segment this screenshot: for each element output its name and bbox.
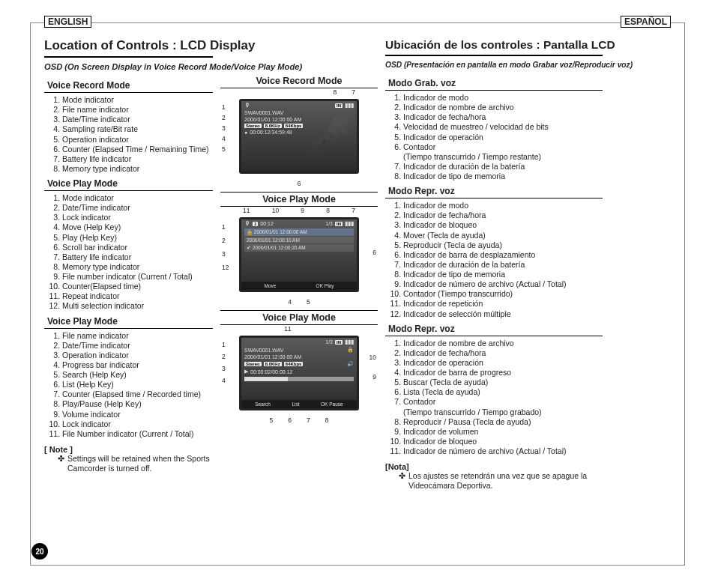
- list-item: File name indicator: [62, 331, 213, 341]
- indicator-list: File name indicator Date/Time indicator …: [44, 331, 213, 439]
- callout: 8: [334, 88, 337, 96]
- lang-badge-espanol: ESPAÑOL: [621, 16, 671, 28]
- row-dt: 2006/01/01 12:00:10 AM: [247, 237, 300, 243]
- callout: 4: [288, 298, 292, 306]
- section-head: Voice Play Mode: [44, 315, 213, 329]
- section-head: Voice Play Mode: [44, 177, 213, 191]
- page-frame: ENGLISH ESPAÑOL Location of Controls : L…: [30, 22, 685, 566]
- callouts-bottom: 4 5: [220, 298, 378, 306]
- list-item: Date/Time indicator: [62, 341, 213, 351]
- battery-icon: ▮▮▮: [345, 220, 354, 227]
- callout: 5: [270, 416, 274, 424]
- list-item: Indicador de bloqueo: [403, 437, 603, 446]
- divider: [220, 310, 378, 311]
- indicator-list: Mode indicator File name indicator Date/…: [44, 95, 213, 174]
- note-head-en: [ Note ]: [44, 445, 213, 454]
- lang-badge-english: ENGLISH: [44, 16, 91, 28]
- callout: 6: [288, 416, 292, 424]
- callout: 8: [326, 207, 330, 214]
- callout: 4: [222, 133, 226, 144]
- list-item: Counter(Elapsed time): [62, 282, 213, 291]
- list-item: Indicador de nombre de archivo: [403, 103, 603, 112]
- help-pause: OK Pause: [321, 401, 343, 407]
- volume-icon: 🔊: [347, 361, 354, 367]
- divider: [220, 192, 378, 193]
- page-title-en: Location of Controls : LCD Display: [44, 38, 213, 53]
- list-item: Reproducir / Pausa (Tecla de ayuda): [403, 417, 603, 427]
- note-text: Settings will be retained when the Sport…: [67, 454, 213, 473]
- stereo-badge: Stereo: [244, 124, 262, 128]
- callout: 3: [222, 123, 226, 133]
- list-item: Indicador de duración de la batería: [403, 162, 603, 172]
- list-item: Lock indicator: [62, 213, 213, 222]
- list-item: Indicador de operación: [403, 133, 603, 142]
- column-figures: Voice Record Mode 8 7 1 2 3 4 5 🎤 🎙IN▮▮▮…: [220, 74, 378, 554]
- list-item: Mode indicator: [62, 193, 213, 203]
- mic-watermark-icon: 🎤: [306, 115, 352, 158]
- file-name: SWAV0001.WAV: [244, 110, 284, 115]
- list-item: Contador (Tiempo transcurrido): [403, 289, 603, 299]
- memory-in-badge: IN: [335, 340, 343, 345]
- memory-in-badge: IN: [335, 222, 343, 226]
- callouts-top: 11 10 9 8 7: [220, 207, 378, 214]
- mic-icon: 🎙: [244, 220, 250, 227]
- list-item: Indicador de fecha/hora: [403, 112, 603, 122]
- callout: 9: [369, 367, 376, 387]
- list-item: Velocidad de muestreo / velocidad de bit…: [403, 122, 603, 132]
- mic-icon: 🎙: [244, 102, 250, 109]
- list-item: Battery life indicator: [62, 252, 213, 262]
- callout: 3: [222, 247, 229, 261]
- list-item: Operation indicator: [62, 351, 213, 360]
- sub-line: (Tiempo transcurrido / Tiempo grabado): [403, 407, 603, 417]
- list-item: Repeat indicator: [62, 291, 213, 301]
- list-item: Volume indicator: [62, 410, 213, 419]
- callout: 8: [325, 416, 329, 424]
- list-item: Lista (Tecla de ayuda): [403, 387, 603, 397]
- column-english: Location of Controls : LCD Display OSD (…: [44, 38, 213, 554]
- callouts-left: 1 2 3 4 5: [222, 102, 226, 154]
- note-head-es: [Nota]: [385, 462, 603, 471]
- section-head: Voice Record Mode: [44, 79, 213, 93]
- lcd-screen-playlist: 🎙100:121/3IN▮▮▮ 🔒 2006/01/01 12:00:00 AM…: [239, 217, 359, 292]
- section-es-0: Modo Grab. voz Indicador de modo Indicad…: [385, 73, 603, 181]
- list-item: List (Help Key): [62, 380, 213, 390]
- list-item: Mover (Tecla de ayuda): [403, 231, 603, 240]
- bullet-icon: ✤: [399, 471, 405, 491]
- list-item: Progress bar indicator: [62, 360, 213, 370]
- callout: 5: [307, 298, 310, 306]
- note-text: Los ajustes se retendrán una vez que se …: [408, 471, 603, 491]
- datetime: 2006/01/01 12:00:00 AM: [244, 117, 301, 122]
- help-search: Search: [255, 401, 271, 407]
- list-item: Indicador de nombre de archivo: [403, 339, 603, 348]
- list-item: Date/Time indicator: [62, 115, 213, 124]
- list-item: Indicador de modo: [403, 201, 603, 210]
- callout: 11: [243, 207, 250, 214]
- list-row: 🔒 2006/01/01 12:00:00 AM: [244, 228, 354, 236]
- subtitle-en: OSD (On Screen Display in Voice Record M…: [44, 62, 213, 71]
- lock-icon: 🔒: [347, 347, 354, 353]
- list-item: Indicador de bloqueo: [403, 220, 603, 230]
- fig3: 11 1 2 3 4 10 9 1/3IN▮▮▮ SWAV0001.WAV🔒 2…: [220, 328, 378, 421]
- list-item: Indicador de fecha/hora: [403, 210, 603, 220]
- section-en-0: Voice Record Mode Mode indicator File na…: [44, 76, 213, 174]
- callouts-bottom: 5 6 7 8: [220, 416, 378, 424]
- callouts-top: 8 7: [220, 88, 378, 96]
- indicator-list: Indicador de nombre de archivo Indicador…: [385, 339, 603, 407]
- callouts-left: 1 2 3 4: [222, 339, 226, 387]
- help-bar: Search List OK Pause: [241, 400, 357, 408]
- datetime: 2006/01/01 12:00:00 AM: [244, 354, 301, 360]
- file-frac: 1/3: [325, 339, 333, 345]
- list-item: Indicador de número de archivo (Actual /…: [403, 446, 603, 456]
- fig2-title: Voice Play Mode: [220, 194, 378, 207]
- callout: 6: [298, 180, 301, 187]
- section-head: Modo Grab. voz: [385, 76, 603, 91]
- list-item: Battery life indicator: [62, 154, 213, 164]
- callouts-right: 6: [372, 247, 376, 258]
- note-body-en: ✤ Settings will be retained when the Spo…: [44, 454, 213, 473]
- indicator-list: Indicador de duración de la batería Indi…: [385, 162, 603, 181]
- callout: 2: [222, 351, 226, 363]
- callout: 11: [284, 325, 291, 333]
- counter: 00:00:02/00:00:12: [250, 369, 292, 375]
- row-dt: 2006/01/01 12:00:00 AM: [254, 229, 307, 234]
- callout: 7: [352, 207, 355, 214]
